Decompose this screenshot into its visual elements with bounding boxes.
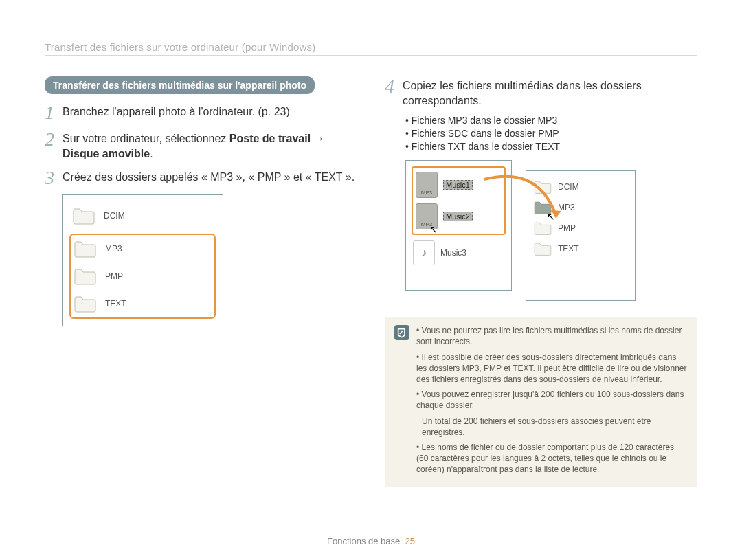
- file-music1: MP3 Music1: [414, 169, 503, 201]
- destination-panel: DCIM MP3 PMP TEXT ↖: [526, 170, 636, 301]
- file-label: Music1: [443, 180, 473, 190]
- note-list: Vous ne pourrez pas lire les fichiers mu…: [416, 325, 688, 479]
- file-label: Music3: [440, 248, 466, 258]
- bold-poste-de-travail: Poste de travail: [229, 133, 311, 144]
- folder-label: MP3: [558, 203, 575, 212]
- bullet-mp3: Fichiers MP3 dans le dossier MP3: [405, 115, 697, 126]
- text-post: .: [150, 148, 153, 159]
- step-text: Créez des dossiers appelés « MP3 », « PM…: [63, 168, 355, 185]
- step-text: Sur votre ordinateur, sélectionnez Poste…: [63, 129, 357, 161]
- page-number: 25: [405, 536, 415, 546]
- folder-icon: [74, 294, 97, 313]
- folder-icon: [533, 179, 552, 194]
- folder-icon: [533, 241, 552, 256]
- step-number: 3: [45, 168, 63, 188]
- step-4: 4 Copiez les fichiers multimédias dans l…: [385, 76, 697, 108]
- text-pre: Sur votre ordinateur, sélectionnez: [63, 133, 229, 144]
- note-box: Vous ne pourrez pas lire les fichiers mu…: [385, 317, 697, 487]
- folder-icon: [533, 221, 552, 236]
- highlighted-folders: MP3 PMP TEXT: [69, 234, 216, 319]
- bold-disque-amovible: Disque amovible: [63, 148, 150, 159]
- step-text: Copiez les fichiers multimédias dans les…: [403, 76, 697, 108]
- note-item: Vous ne pourrez pas lire les fichiers mu…: [416, 325, 688, 347]
- folder-label: TEXT: [558, 244, 579, 254]
- copy-files-figure: MP3 Music1 MP3 Music2 ♪ Music3 ↖: [405, 160, 697, 298]
- cursor-icon: ↖: [547, 211, 555, 222]
- file-label: Music2: [443, 212, 473, 221]
- bullet-sdc: Fichiers SDC dans le dossier PMP: [405, 128, 697, 139]
- source-panel: MP3 Music1 MP3 Music2 ♪ Music3 ↖: [405, 160, 512, 291]
- dest-dcim: DCIM: [532, 177, 629, 197]
- arrow-text: →: [311, 133, 324, 144]
- note-item: Les noms de fichier ou de dossier compor…: [416, 442, 688, 475]
- folder-row-text: TEXT: [71, 290, 214, 317]
- dest-text: TEXT: [532, 238, 629, 259]
- folder-row-pmp: PMP: [71, 262, 214, 290]
- bullet-txt: Fichiers TXT dans le dossier TEXT: [405, 141, 697, 152]
- folder-icon: [72, 206, 95, 225]
- file-music2: MP3 Music2: [414, 201, 503, 232]
- mp3-file-icon: MP3: [416, 172, 438, 198]
- two-column-layout: Transférer des fichiers multimédias sur …: [45, 76, 697, 487]
- left-folder-figure: DCIM MP3 PMP TEXT: [62, 194, 223, 326]
- note-item: Un total de 200 fichiers et sous-dossier…: [416, 416, 688, 438]
- file-music3: ♪ Music3: [412, 238, 506, 268]
- folder-icon: [74, 267, 97, 286]
- step-1: 1 Branchez l'appareil photo à l'ordinate…: [45, 102, 357, 122]
- step-3: 3 Créez des dossiers appelés « MP3 », « …: [45, 168, 357, 188]
- step-number: 1: [45, 102, 63, 122]
- breadcrumb: Transfert des fichiers sur votre ordinat…: [45, 41, 697, 56]
- step-2: 2 Sur votre ordinateur, sélectionnez Pos…: [45, 129, 357, 161]
- info-icon: [394, 325, 409, 340]
- folder-label: MP3: [105, 244, 122, 254]
- cursor-icon: ↖: [429, 224, 438, 235]
- section-heading: Transférer des fichiers multimédias sur …: [45, 76, 315, 94]
- step-number: 4: [385, 76, 403, 96]
- folder-label: PMP: [558, 223, 576, 233]
- selection-box: MP3 Music1 MP3 Music2: [412, 166, 506, 235]
- footer-section: Fonctions de base: [327, 536, 400, 546]
- step-4-bullets: Fichiers MP3 dans le dossier MP3 Fichier…: [405, 115, 697, 152]
- note-item: Il est possible de créer des sous-dossie…: [416, 352, 688, 385]
- folder-label: DCIM: [558, 182, 579, 192]
- manual-page: Transfert des fichiers sur votre ordinat…: [0, 0, 742, 560]
- step-text: Branchez l'appareil photo à l'ordinateur…: [63, 102, 290, 120]
- folder-label: TEXT: [105, 299, 126, 309]
- folder-label: PMP: [105, 271, 123, 281]
- music-note-icon: ♪: [413, 240, 435, 265]
- left-column: Transférer des fichiers multimédias sur …: [45, 76, 357, 487]
- folder-row-mp3: MP3: [71, 235, 214, 262]
- folder-label: DCIM: [104, 211, 125, 221]
- note-item: Vous pouvez enregistrer jusqu'à 200 fich…: [416, 389, 688, 411]
- folder-row-dcim: DCIM: [69, 202, 216, 229]
- page-footer: Fonctions de base 25: [0, 536, 742, 546]
- step-number: 2: [45, 129, 63, 149]
- folder-icon: [74, 239, 97, 258]
- right-column: 4 Copiez les fichiers multimédias dans l…: [385, 76, 697, 487]
